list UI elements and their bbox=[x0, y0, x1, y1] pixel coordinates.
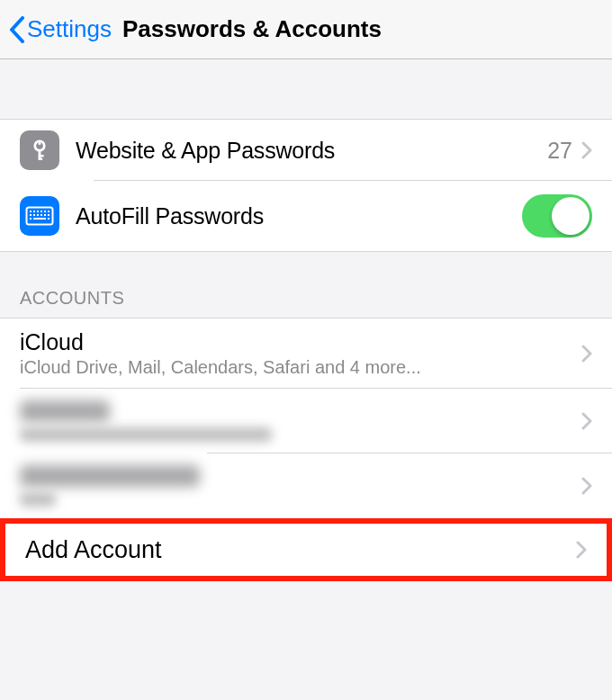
chevron-right-icon bbox=[576, 541, 587, 559]
website-app-passwords-row[interactable]: Website & App Passwords 27 bbox=[0, 120, 612, 181]
toggle-knob bbox=[552, 197, 590, 235]
svg-rect-13 bbox=[33, 214, 35, 216]
password-count: 27 bbox=[547, 138, 572, 164]
svg-rect-16 bbox=[44, 214, 46, 216]
key-icon bbox=[20, 130, 59, 170]
row-label: Website & App Passwords bbox=[76, 138, 547, 164]
svg-rect-9 bbox=[40, 211, 42, 212]
svg-rect-20 bbox=[48, 218, 50, 220]
svg-rect-18 bbox=[30, 218, 32, 220]
chevron-left-icon bbox=[9, 16, 25, 43]
add-account-label: Add Account bbox=[25, 536, 576, 564]
svg-rect-2 bbox=[39, 149, 41, 159]
chevron-right-icon bbox=[581, 412, 592, 430]
redacted-subtitle bbox=[20, 492, 56, 507]
back-label: Settings bbox=[27, 15, 112, 43]
redacted-subtitle bbox=[20, 427, 272, 442]
row-label: AutoFill Passwords bbox=[76, 203, 522, 229]
chevron-right-icon bbox=[581, 345, 592, 363]
account-title: iCloud bbox=[20, 329, 581, 355]
add-account-row[interactable]: Add Account bbox=[0, 518, 612, 581]
passwords-group: Website & App Passwords 27 AutoFill Pass… bbox=[0, 119, 612, 252]
autofill-passwords-row: AutoFill Passwords bbox=[0, 181, 612, 251]
account-text: iCloud iCloud Drive, Mail, Calendars, Sa… bbox=[20, 329, 581, 378]
svg-rect-3 bbox=[39, 155, 44, 157]
svg-rect-10 bbox=[44, 211, 46, 212]
svg-rect-6 bbox=[30, 211, 32, 212]
account-row-redacted[interactable] bbox=[0, 389, 612, 453]
chevron-right-icon bbox=[581, 477, 592, 495]
autofill-toggle[interactable] bbox=[522, 194, 592, 238]
account-row-redacted[interactable] bbox=[0, 453, 612, 518]
redacted-title bbox=[20, 400, 110, 422]
svg-rect-19 bbox=[33, 218, 46, 220]
navigation-bar: Settings Passwords & Accounts bbox=[0, 0, 612, 59]
accounts-group: iCloud iCloud Drive, Mail, Calendars, Sa… bbox=[0, 318, 612, 581]
svg-rect-12 bbox=[30, 214, 32, 216]
spacer bbox=[0, 59, 612, 119]
svg-rect-4 bbox=[39, 158, 43, 160]
page-title: Passwords & Accounts bbox=[122, 15, 382, 43]
account-text bbox=[20, 465, 581, 507]
chevron-right-icon bbox=[581, 141, 592, 159]
svg-rect-11 bbox=[48, 211, 50, 212]
account-row-icloud[interactable]: iCloud iCloud Drive, Mail, Calendars, Sa… bbox=[0, 319, 612, 389]
keyboard-icon bbox=[20, 196, 59, 236]
svg-rect-8 bbox=[37, 211, 39, 212]
account-subtitle: iCloud Drive, Mail, Calendars, Safari an… bbox=[20, 357, 581, 378]
svg-rect-17 bbox=[48, 214, 50, 216]
svg-point-1 bbox=[38, 142, 40, 145]
back-button[interactable]: Settings bbox=[9, 15, 112, 43]
redacted-title bbox=[20, 465, 200, 487]
account-text bbox=[20, 400, 581, 442]
accounts-header: ACCOUNTS bbox=[0, 252, 612, 318]
svg-rect-14 bbox=[37, 214, 39, 216]
svg-rect-15 bbox=[40, 214, 42, 216]
svg-rect-7 bbox=[33, 211, 35, 212]
